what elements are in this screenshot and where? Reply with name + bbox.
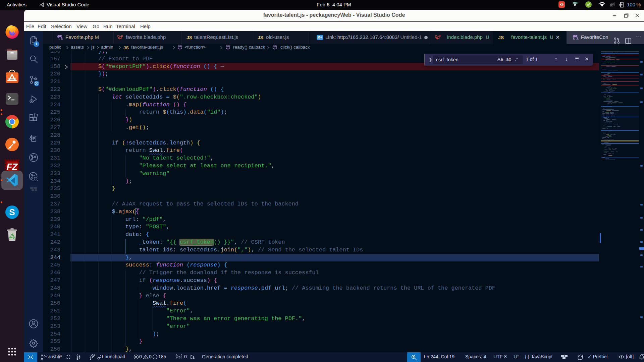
svg-text:S: S [9, 207, 15, 217]
svg-text:M: M [317, 36, 320, 39]
